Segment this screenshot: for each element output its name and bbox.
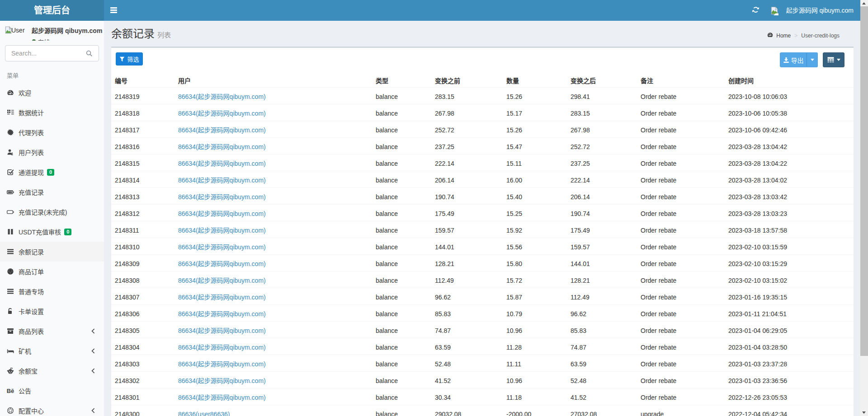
svg-text:-: - — [774, 13, 774, 15]
